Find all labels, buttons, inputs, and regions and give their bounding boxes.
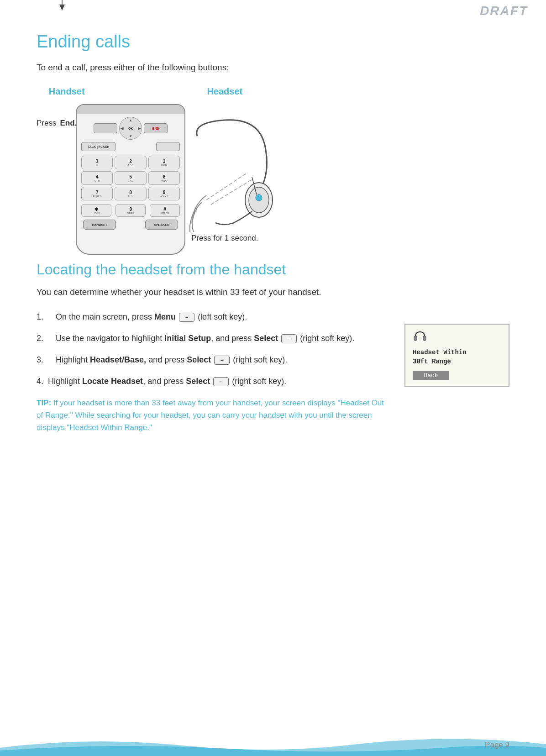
handset-button: HANDSET [83, 220, 116, 230]
step-1: 1. On the main screen, press Menu – (lef… [37, 311, 386, 323]
ok-label: OK [128, 127, 133, 130]
headset-illustration [161, 113, 289, 232]
key-7: 7PQRS [81, 187, 113, 200]
key-1: 1✉ [81, 156, 113, 169]
step-3-num: 3. [37, 354, 50, 366]
key-5: 5JKL [115, 171, 146, 185]
key-2: 2ABC [115, 156, 146, 169]
section1-intro: To end a call, press either of the follo… [37, 63, 509, 73]
step-3: 3. Highlight Headset/Base, and press Sel… [37, 354, 386, 366]
screen-headset-icon [413, 330, 501, 346]
press-end-bold: End. [60, 119, 77, 128]
key-8: 8TUV [115, 187, 146, 200]
section2-intro: You can determine whether your headset i… [37, 287, 509, 297]
key-4: 4GHI [81, 171, 113, 185]
left-softkey [94, 123, 117, 133]
headset-svg [161, 113, 289, 232]
section1-title: Ending calls [37, 32, 509, 52]
svg-marker-1 [59, 5, 65, 10]
section2-title: Locating the headset from the handset [37, 261, 509, 278]
screen-panel: Headset Within 30ft Range Back [404, 320, 509, 387]
svg-rect-8 [414, 336, 417, 341]
headset-label: Headset [207, 86, 242, 97]
svg-point-6 [256, 194, 262, 201]
step-2-num: 2. [37, 332, 50, 345]
tip-text: If your headset is more than 33 feet awa… [37, 399, 384, 432]
svg-rect-9 [423, 336, 426, 341]
tip-box: TIP: If your headset is more than 33 fee… [37, 397, 386, 434]
screen-display: Headset Within 30ft Range Back [404, 324, 509, 387]
screen-back-button: Back [413, 371, 449, 380]
select-softkey-icon-2: – [281, 334, 297, 343]
steps-area: 1. On the main screen, press Menu – (lef… [37, 311, 509, 434]
step-1-num: 1. [37, 311, 50, 323]
page-footer: Page 9 [0, 729, 546, 756]
key-star: ✱LOCK [81, 204, 111, 217]
end-arrow-svg [53, 0, 80, 13]
steps-list: 1. On the main screen, press Menu – (lef… [37, 311, 386, 434]
diagram-area: Handset ▲ ▼ ◀ ▶ OK [37, 86, 509, 243]
page-number: Page 9 [485, 740, 509, 750]
key-0: 0OPER [116, 204, 146, 217]
select-softkey-icon-4: – [213, 377, 229, 386]
handset-diagram-section: Handset ▲ ▼ ◀ ▶ OK [37, 86, 97, 131]
tip-label: TIP: [37, 399, 51, 407]
step-4: 4. Highlight Locate Headset, and press S… [37, 375, 386, 388]
handset-label: Handset [49, 86, 85, 97]
step-2-text: Use the navigator to highlight Initial S… [56, 332, 354, 345]
press-1sec-label: Press for 1 second. [191, 234, 258, 243]
draft-watermark: DRAFT [480, 4, 528, 18]
menu-softkey-icon: – [179, 313, 194, 322]
step-2: 2. Use the navigator to highlight Initia… [37, 332, 386, 345]
select-softkey-icon-3: – [214, 356, 230, 365]
talk-flash-button: TALK | FLASH [81, 142, 116, 151]
step-1-text: On the main screen, press Menu – (left s… [56, 311, 247, 323]
press-for-text: Press for 1 second. [191, 234, 258, 243]
phone-top-bar [77, 105, 184, 114]
press-text: Press [37, 119, 56, 128]
step-3-text: Highlight Headset/Base, and press Select… [56, 354, 287, 366]
screen-text-line1: Headset Within [413, 348, 501, 357]
screen-text-line2: 30ft Range [413, 357, 501, 367]
nav-circle: ▲ ▼ ◀ ▶ OK [119, 117, 142, 140]
